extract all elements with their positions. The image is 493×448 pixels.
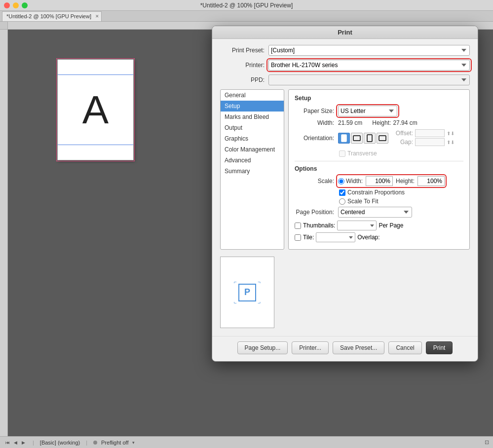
save-preset-button[interactable]: Save Preset... <box>333 341 384 354</box>
page-position-row: Page Position: Centered <box>295 207 463 218</box>
page-controls-icon: ⊡ <box>485 439 489 445</box>
orientation-row: Orientation: <box>295 129 463 147</box>
dialog-title: Print <box>338 29 352 36</box>
print-dialog: Print Print Preset: [Custom] Printer: Br… <box>212 26 478 362</box>
title-bar: *Untitled-2 @ 100% [GPU Preview] <box>0 0 493 11</box>
gap-label: Gap: <box>393 139 413 146</box>
corner-br: ⌐ <box>258 300 261 306</box>
dialog-main-panel: Setup Paper Size: US Letter <box>288 89 470 250</box>
printer-select-wrapper: Brother HL-2170W series <box>268 60 470 71</box>
print-preset-row: Print Preset: [Custom] <box>220 45 470 56</box>
options-title: Options <box>295 165 463 172</box>
gap-input[interactable] <box>415 138 445 146</box>
scale-width-input[interactable] <box>366 176 393 186</box>
svg-rect-3 <box>367 135 372 142</box>
svg-rect-2 <box>353 136 360 141</box>
orient-landscape-btn[interactable] <box>351 133 363 144</box>
print-button[interactable]: Print <box>426 341 453 354</box>
scale-height-label: Height: <box>396 178 415 185</box>
offset-label: Offset: <box>393 130 413 137</box>
minimize-button[interactable] <box>13 2 19 8</box>
doc-tab-close-icon[interactable]: ✕ <box>95 14 99 19</box>
paper-size-select[interactable]: US Letter <box>338 106 397 116</box>
constrain-checkbox[interactable] <box>339 189 345 196</box>
tile-select[interactable] <box>316 232 355 242</box>
sidebar-item-marks-and-bleed[interactable]: Marks and Bleed <box>221 112 284 122</box>
panel-setup-title: Setup <box>295 95 463 102</box>
svg-rect-1 <box>341 135 346 142</box>
status-separator: | <box>33 440 34 446</box>
offset-row: Offset: ⬆⬇ <box>393 129 455 137</box>
chevron-down-icon[interactable]: ▾ <box>132 440 135 445</box>
scale-width-label: Width: <box>346 178 363 185</box>
offset-input[interactable] <box>415 129 445 137</box>
transverse-row: Transverse <box>339 150 463 157</box>
status-nav[interactable]: ⏮ ◀ ▶ <box>4 439 27 446</box>
scale-height-input[interactable] <box>417 176 445 186</box>
close-button[interactable] <box>4 2 10 8</box>
document-page: A <box>57 59 134 160</box>
sidebar-item-color-management[interactable]: Color Management <box>221 144 284 155</box>
gap-stepper-icon: ⬆⬇ <box>447 140 455 145</box>
scale-row: Scale: Width: Height: <box>295 176 463 186</box>
print-preset-select[interactable]: [Custom] <box>268 45 470 56</box>
scale-width-radio[interactable] <box>338 178 344 185</box>
ppd-select[interactable] <box>268 75 470 85</box>
orient-portrait-btn[interactable] <box>338 133 350 144</box>
thumbnails-label: Thumbnails: <box>303 222 335 229</box>
preflight-label: Preflight off <box>101 440 128 446</box>
preview-p-icon: P <box>238 284 256 301</box>
sidebar-item-summary[interactable]: Summary <box>221 166 284 177</box>
nav-next-button[interactable]: ▶ <box>20 439 27 446</box>
page-position-label: Page Position: <box>295 209 334 216</box>
printer-label: Printer: <box>220 62 265 69</box>
height-value: 27.94 cm <box>393 119 417 126</box>
preview-icon-wrapper: ⌐ ⌐ P ⌐ ⌐ <box>235 280 260 305</box>
sidebar-item-output[interactable]: Output <box>221 122 284 133</box>
overlap-label: Overlap: <box>357 234 379 241</box>
window-controls[interactable] <box>4 2 28 8</box>
paper-size-label: Paper Size: <box>295 108 334 114</box>
tile-row: Tile: Overlap: <box>295 232 463 242</box>
corner-tl: ⌐ <box>234 279 237 285</box>
document-tab[interactable]: *Untitled-2 @ 100% [GPU Preview] ✕ <box>2 11 102 21</box>
page-position-select[interactable]: Centered <box>338 207 412 218</box>
gap-row: Gap: ⬆⬇ <box>393 138 455 146</box>
orient-rev-landscape-btn[interactable] <box>377 133 388 144</box>
vertical-ruler <box>0 30 8 436</box>
sidebar-item-advanced[interactable]: Advanced <box>221 155 284 166</box>
thumbnails-select[interactable] <box>337 221 377 230</box>
transverse-label: Transverse <box>347 150 377 157</box>
svg-rect-4 <box>379 136 386 141</box>
scale-to-fit-label: Scale To Fit <box>347 198 378 205</box>
status-right: ⊡ <box>485 439 489 446</box>
ppd-row: PPD: <box>220 75 470 85</box>
sidebar-item-graphics[interactable]: Graphics <box>221 133 284 144</box>
maximize-button[interactable] <box>22 2 28 8</box>
thumbnails-row: Thumbnails: Per Page <box>295 221 463 230</box>
page-line-blue-bottom <box>58 145 133 145</box>
window-title: *Untitled-2 @ 100% [GPU Preview] <box>200 2 293 9</box>
printer-button[interactable]: Printer... <box>292 341 329 354</box>
printer-select[interactable]: Brother HL-2170W series <box>268 60 470 71</box>
status-separator-2: | <box>86 440 87 446</box>
nav-first-button[interactable]: ⏮ <box>4 439 11 446</box>
tile-checkbox[interactable] <box>295 234 301 241</box>
scale-to-fit-radio[interactable] <box>339 198 345 205</box>
sidebar-item-general[interactable]: General <box>221 90 284 101</box>
constrain-label: Constrain Proportions <box>347 189 405 196</box>
constrain-row: Constrain Proportions <box>339 189 463 196</box>
cancel-button[interactable]: Cancel <box>388 341 421 354</box>
transverse-checkbox[interactable] <box>339 150 345 157</box>
page-setup-button[interactable]: Page Setup... <box>237 341 288 354</box>
panel-separator <box>295 161 463 161</box>
orient-rev-portrait-btn[interactable] <box>364 133 376 144</box>
paper-size-wrapper: US Letter <box>338 106 397 116</box>
thumbnails-checkbox[interactable] <box>295 223 301 229</box>
printer-row: Printer: Brother HL-2170W series <box>220 60 470 71</box>
orientation-buttons <box>338 133 388 144</box>
nav-prev-button[interactable]: ◀ <box>12 439 19 446</box>
scale-width-radio-label: Width: <box>338 178 363 185</box>
dialog-body: Print Preset: [Custom] Printer: Brother … <box>212 39 478 334</box>
sidebar-item-setup[interactable]: Setup <box>221 101 284 112</box>
